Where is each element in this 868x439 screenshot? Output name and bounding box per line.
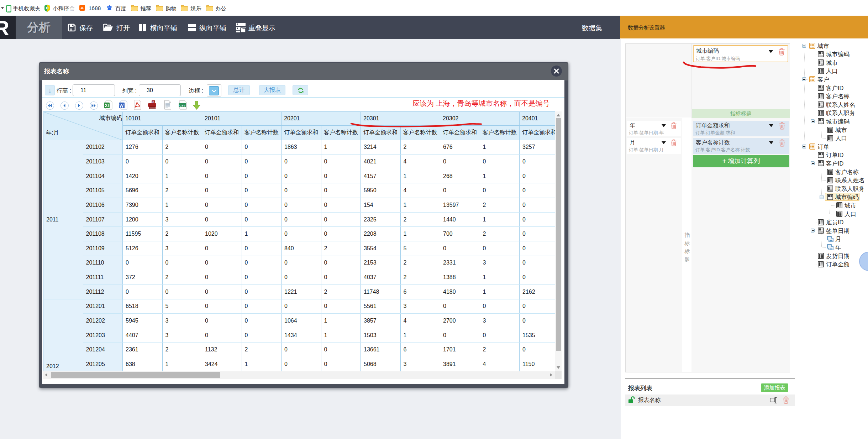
svg-text:CSV: CSV bbox=[179, 104, 185, 107]
